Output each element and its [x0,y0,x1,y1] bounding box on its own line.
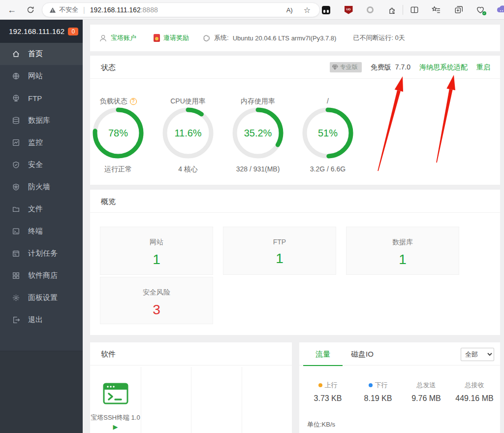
status-title: 状态 [101,63,116,72]
main-content: 宝塔账户 邀请奖励 系统: Ubuntu 20.04.6 LTS armv7l(… [83,20,504,433]
security-risk-count: 3 [100,302,213,318]
app-running-icon[interactable]: ▶ [90,423,141,431]
back-icon[interactable]: ← [6,4,18,16]
downlink-value: 8.19 KB [353,394,403,403]
favorites-hub-icon[interactable] [430,4,442,16]
panel-version: 7.7.0 [395,63,410,72]
account-info-bar: 宝塔账户 邀请奖励 系统: Ubuntu 20.04.6 LTS armv7l(… [90,25,500,51]
load-percent: 78% [92,107,144,159]
sidebar-item-files[interactable]: 文件 [0,198,83,220]
darkreader-extension-icon[interactable] [320,4,332,16]
sidebar-item-panel-settings[interactable]: 面板设置 [0,287,83,309]
sidebar-item-firewall[interactable]: 防火墙 [0,176,83,198]
browser-essentials-heart-icon[interactable]: ✓ [474,4,486,16]
overview-security-risk-box[interactable]: 安全风险 3 [100,277,213,324]
sidebar-item-database[interactable]: 数据库 [0,109,83,132]
extension-ring-icon[interactable] [364,4,376,16]
cpu-cores-text: 4 核心 [154,165,222,174]
total-sent-stat: 总发送 9.76 MB [402,381,451,403]
security-icon [12,161,20,169]
invite-reward-link[interactable]: 邀请奖励 [150,33,189,42]
os-version: Ubuntu 20.04.6 LTS armv7l(Py3.7.8) [233,34,337,42]
sidebar-item-terminal[interactable]: 终端 [0,220,83,242]
tab-traffic[interactable]: 流量 [303,342,343,366]
downlink-stat: 下行 8.19 KB [353,381,403,403]
overview-database-box[interactable]: 数据库 1 [346,227,459,275]
sidebar: 192.168.111.162 0 首页 网站 FTP 数据库 监控 安全 [0,20,83,433]
site-icon [12,72,20,80]
sidebar-item-security[interactable]: 安全 [0,154,83,176]
sidebar-item-ftp[interactable]: FTP [0,87,83,109]
restart-link[interactable]: 重启 [476,63,490,72]
url-text[interactable]: 192.168.111.162 [90,6,141,14]
server-ip-header[interactable]: 192.168.111.162 0 [0,20,83,43]
database-count: 1 [346,252,459,267]
overview-website-box[interactable]: 网站 1 [100,227,213,275]
overview-title: 概览 [101,197,116,206]
split-screen-icon[interactable] [409,4,420,16]
sidebar-item-home[interactable]: 首页 [0,43,83,65]
status-card: 状态 专业版 免费版 7.7.0 海纳思系统适配 重启 负载状态? [90,56,500,185]
uplink-stat: 上行 3.73 KB [303,381,352,403]
browser-toolbar: ← 不安全 | 192.168.111.162:8888 A) ☆ UO ✓ [0,0,504,20]
hinas-adapt-link[interactable]: 海纳思系统适配 [419,63,468,72]
memory-percent: 35.2% [232,107,284,159]
ssh-terminal-icon [103,383,128,404]
settings-icon [12,294,20,302]
not-secure-label[interactable]: 不安全 [59,5,78,14]
collections-icon[interactable] [453,4,465,16]
traffic-scope-select[interactable]: 全部 [461,348,494,361]
cron-icon [12,249,20,258]
server-ip: 192.168.111.162 [9,27,64,35]
uplink-dot-icon [318,383,322,387]
sidebar-item-cron[interactable]: 计划任务 [0,242,83,265]
software-card: 软件 宝塔SSH终端 1.0 ▶ [90,342,292,433]
home-icon [12,50,20,58]
bt-account-link[interactable]: 宝塔账户 [99,33,136,42]
load-status-text: 运行正常 [84,165,153,174]
cloud-extension-icon[interactable] [496,4,504,16]
refresh-icon[interactable] [25,4,36,16]
app-ssh-terminal[interactable]: 宝塔SSH终端 1.0 ▶ [90,367,141,433]
read-aloud-icon[interactable]: A) [286,6,293,14]
sidebar-item-appstore[interactable]: 软件商店 [0,265,83,287]
tab-disk-io[interactable]: 磁盘IO [343,342,382,366]
system-info: 系统: Ubuntu 20.04.6 LTS armv7l(Py3.7.8) [203,33,336,42]
total-received-value: 449.16 MB [450,394,499,403]
total-received-stat: 总接收 449.16 MB [450,381,499,403]
edition-label: 免费版 [371,63,391,72]
pro-version-badge[interactable]: 专业版 [330,62,362,72]
message-count-badge[interactable]: 0 [68,28,78,35]
traffic-card: 流量 磁盘IO 全部 上行 3.73 KB 下行 8.19 KB 总发送 9.7… [299,342,500,433]
overview-ftp-box[interactable]: FTP 1 [223,227,336,275]
help-icon[interactable]: ? [130,98,137,105]
sidebar-item-logout[interactable]: 退出 [0,309,83,331]
software-title: 软件 [101,350,116,359]
monitor-icon [12,138,20,147]
ftp-count: 1 [223,251,336,266]
firewall-icon [12,183,20,191]
unit-label: 单位:KB/s [307,420,335,429]
extensions-puzzle-icon[interactable] [386,4,398,16]
app-name: 宝塔SSH终端 1.0 [90,413,141,422]
ublock-extension-icon[interactable]: UO [343,4,354,16]
diamond-icon [332,65,338,70]
memory-usage-text: 328 / 931(MB) [223,165,292,173]
total-sent-value: 9.76 MB [402,394,451,403]
sidebar-item-website[interactable]: 网站 [0,65,83,87]
address-bar[interactable]: 不安全 | 192.168.111.162:8888 A) ☆ [42,2,320,17]
toolbar-divider [403,5,403,15]
favorite-star-icon[interactable]: ☆ [304,5,311,15]
url-port: :8888 [141,6,158,14]
terminal-icon [12,227,20,235]
cpu-percent: 11.6% [162,107,214,159]
website-count: 1 [100,252,213,267]
database-icon [12,116,20,125]
disk-usage-text: 3.2G / 6.6G [293,165,362,173]
uplink-value: 3.73 KB [303,394,352,403]
sidebar-item-monitor[interactable]: 监控 [0,132,83,154]
sidebar-footer [0,351,83,433]
appstore-icon [12,271,20,280]
red-packet-icon [154,34,160,42]
overview-card: 概览 网站 1 FTP 1 数据库 1 安全风险 3 [90,190,500,335]
